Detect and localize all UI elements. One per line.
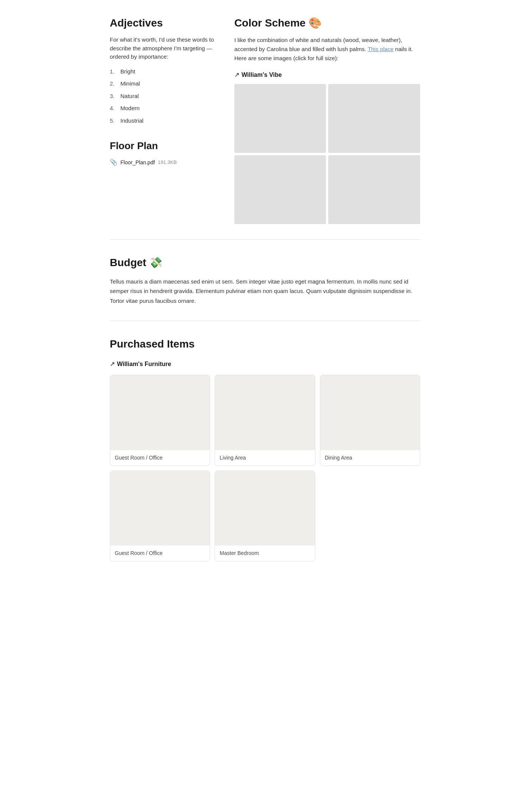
arrow-icon-furniture: ↗ [110, 360, 115, 369]
vibe-image-grid [234, 84, 420, 224]
this-place-link[interactable]: This place [368, 46, 393, 52]
vibe-heading-label: William's Vibe [242, 70, 282, 79]
vibe-image-4[interactable] [328, 155, 420, 224]
furniture-image-sofa [215, 375, 315, 450]
right-column: Color Scheme 🎨 I like the combination of… [234, 15, 420, 224]
top-section: Adjectives For what it's worth, I'd use … [110, 15, 420, 224]
list-label: Minimal [120, 79, 140, 88]
list-item: 2. Minimal [110, 79, 219, 88]
vibe-image-2[interactable] [328, 84, 420, 153]
vibe-image-3[interactable] [234, 155, 326, 224]
paperclip-icon: 📎 [110, 158, 117, 167]
furniture-heading-label: William's Furniture [117, 360, 171, 369]
furniture-card-blueprint[interactable]: Dining Area [320, 375, 420, 466]
left-column: Adjectives For what it's worth, I'd use … [110, 15, 219, 224]
file-name: Floor_Plan.pdf [120, 159, 155, 167]
purchased-items-title: Purchased Items [110, 336, 420, 352]
list-num: 3. [110, 92, 117, 101]
color-scheme-title: Color Scheme 🎨 [234, 15, 420, 31]
furniture-grid-row1: Guest Room / Office Living Area Dining A… [110, 375, 420, 466]
furniture-label-loveseat: Guest Room / Office [110, 545, 210, 561]
list-num: 1. [110, 67, 117, 76]
floor-plan-section: Floor Plan 📎 Floor_Plan.pdf 191.3KB [110, 139, 219, 167]
adjectives-title: Adjectives [110, 15, 219, 31]
list-label: Bright [120, 67, 135, 76]
furniture-label-desk: Guest Room / Office [110, 450, 210, 466]
furniture-label-blueprint: Dining Area [320, 450, 420, 466]
furniture-card-desk[interactable]: Guest Room / Office [110, 375, 210, 466]
adjectives-list: 1. Bright 2. Minimal 3. Natural 4. Moder… [110, 67, 219, 125]
vibe-heading: ↗ William's Vibe [234, 70, 420, 79]
furniture-image-desk [110, 375, 210, 450]
floor-plan-title: Floor Plan [110, 139, 219, 153]
file-size: 191.3KB [158, 159, 177, 166]
list-item: 3. Natural [110, 92, 219, 101]
divider-1 [110, 239, 420, 240]
furniture-card-bed[interactable]: Master Bedroom [215, 471, 315, 561]
budget-section: Budget 💸 Tellus mauris a diam maecenas s… [110, 255, 420, 306]
list-item: 1. Bright [110, 67, 219, 76]
budget-description: Tellus mauris a diam maecenas sed enim u… [110, 277, 420, 306]
budget-title: Budget 💸 [110, 255, 420, 271]
furniture-label-bed: Master Bedroom [215, 545, 315, 561]
list-item: 5. Industrial [110, 117, 219, 125]
page-container: Adjectives For what it's worth, I'd use … [102, 0, 428, 577]
furniture-heading: ↗ William's Furniture [110, 360, 420, 369]
list-label: Natural [120, 92, 139, 101]
furniture-card-sofa[interactable]: Living Area [215, 375, 315, 466]
furniture-card-empty [320, 471, 420, 561]
purchased-items-section: Purchased Items ↗ William's Furniture Gu… [110, 336, 420, 561]
adjectives-description: For what it's worth, I'd use these words… [110, 36, 219, 61]
list-label: Modern [120, 104, 140, 113]
color-scheme-description: I like the combination of white and natu… [234, 36, 420, 63]
furniture-image-blueprint [320, 375, 420, 450]
arrow-icon: ↗ [234, 70, 239, 79]
furniture-image-loveseat [110, 471, 210, 545]
list-num: 5. [110, 117, 117, 125]
list-label: Industrial [120, 117, 143, 125]
furniture-image-bed [215, 471, 315, 545]
furniture-card-loveseat[interactable]: Guest Room / Office [110, 471, 210, 561]
list-num: 4. [110, 104, 117, 113]
furniture-label-sofa: Living Area [215, 450, 315, 466]
vibe-image-1[interactable] [234, 84, 326, 153]
divider-2 [110, 321, 420, 321]
list-num: 2. [110, 79, 117, 88]
floor-plan-file[interactable]: 📎 Floor_Plan.pdf 191.3KB [110, 158, 219, 167]
list-item: 4. Modern [110, 104, 219, 113]
furniture-grid-row2: Guest Room / Office Master Bedroom [110, 471, 420, 561]
